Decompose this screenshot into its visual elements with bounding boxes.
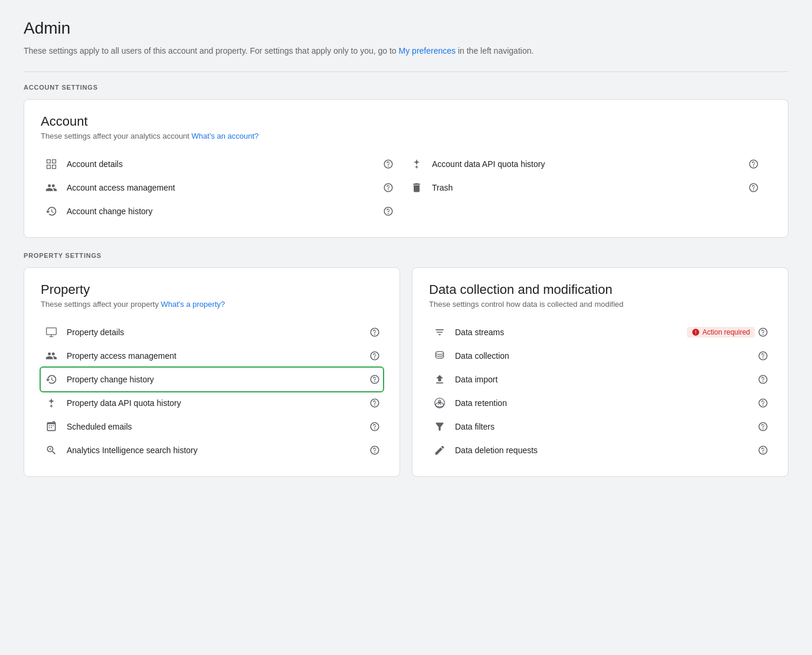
svg-point-4 [436, 352, 443, 355]
account-change-history-help[interactable] [380, 206, 397, 217]
data-streams-label: Data streams [455, 328, 682, 337]
property-change-history-help[interactable] [366, 374, 383, 385]
property-sparkle-icon [41, 397, 62, 409]
data-retention-label: Data retention [455, 398, 755, 408]
account-details-row[interactable]: Account details [41, 152, 397, 176]
data-retention-icon [429, 397, 450, 409]
account-columns: Account details Account access managemen… [41, 152, 771, 223]
data-deletion-label: Data deletion requests [455, 446, 755, 455]
account-api-quota-label: Account data API quota history [432, 159, 745, 169]
data-retention-help[interactable] [755, 398, 771, 408]
property-details-icon [41, 326, 62, 338]
property-access-help[interactable] [366, 351, 383, 361]
property-api-quota-help[interactable] [366, 398, 383, 408]
account-left-col: Account details Account access managemen… [41, 152, 406, 223]
data-collection-title: Data collection and modification [429, 282, 771, 297]
data-import-help[interactable] [755, 374, 771, 385]
account-change-history-label: Account change history [67, 207, 380, 216]
property-details-row[interactable]: Property details [41, 320, 383, 344]
account-card-subtitle: These settings affect your analytics acc… [41, 132, 771, 140]
property-card-subtitle: These settings affect your property What… [41, 300, 383, 309]
data-filters-label: Data filters [455, 422, 755, 431]
account-change-history-row[interactable]: Account change history [41, 199, 397, 223]
property-api-quota-row[interactable]: Property data API quota history [41, 391, 383, 415]
whats-an-account-link[interactable]: What's an account? [192, 132, 259, 140]
data-import-row[interactable]: Data import [429, 368, 771, 391]
data-collection-row[interactable]: Data collection [429, 344, 771, 368]
data-collection-icon [429, 350, 450, 362]
property-access-icon [41, 350, 62, 362]
property-details-help[interactable] [366, 327, 383, 338]
property-details-label: Property details [67, 328, 366, 337]
analytics-intelligence-icon [41, 444, 62, 456]
whats-a-property-link[interactable]: What's a property? [161, 300, 225, 309]
trash-icon [406, 182, 427, 194]
property-columns: Property These settings affect your prop… [24, 267, 788, 491]
data-filters-icon [429, 421, 450, 433]
analytics-intelligence-help[interactable] [366, 445, 383, 456]
scheduled-emails-row[interactable]: Scheduled emails [41, 415, 383, 438]
data-collection-card: Data collection and modification These s… [412, 267, 788, 477]
account-access-label: Account access management [67, 183, 380, 192]
account-api-quota-row[interactable]: Account data API quota history [406, 152, 762, 176]
section-divider [24, 71, 788, 72]
people-icon [41, 182, 62, 194]
account-card-title: Account [41, 114, 771, 129]
data-deletion-row[interactable]: Data deletion requests [429, 438, 771, 462]
data-collection-subtitle: These settings control how data is colle… [429, 300, 771, 309]
grid-icon [41, 158, 62, 170]
property-change-history-label: Property change history [67, 375, 366, 384]
intro-text: These settings apply to all users of thi… [24, 45, 788, 57]
page-title: Admin [24, 19, 788, 38]
account-right-col: Account data API quota history Trash [406, 152, 771, 223]
data-retention-row[interactable]: Data retention [429, 391, 771, 415]
trash-help[interactable] [745, 182, 762, 193]
scheduled-emails-label: Scheduled emails [67, 422, 366, 431]
analytics-intelligence-label: Analytics Intelligence search history [67, 446, 366, 455]
data-collection-label: Data collection [455, 351, 755, 361]
property-card-title: Property [41, 282, 383, 297]
account-settings-label: ACCOUNT SETTINGS [24, 84, 788, 91]
data-deletion-help[interactable] [755, 445, 771, 456]
account-details-help[interactable] [380, 159, 397, 169]
history-icon [41, 205, 62, 217]
data-deletion-icon [429, 444, 450, 456]
data-filters-row[interactable]: Data filters [429, 415, 771, 438]
property-history-icon [41, 374, 62, 385]
account-details-label: Account details [67, 159, 380, 169]
account-api-quota-help[interactable] [745, 159, 762, 169]
data-collection-help[interactable] [755, 351, 771, 361]
account-access-help[interactable] [380, 182, 397, 193]
action-required-badge: Action required [687, 327, 755, 338]
data-streams-icon [429, 326, 450, 338]
data-streams-help[interactable] [755, 327, 771, 338]
data-filters-help[interactable] [755, 421, 771, 432]
my-preferences-link[interactable]: My preferences [399, 46, 456, 55]
data-import-icon [429, 374, 450, 385]
analytics-intelligence-row[interactable]: Analytics Intelligence search history [41, 438, 383, 462]
data-import-label: Data import [455, 375, 755, 384]
sparkle-icon [406, 158, 427, 170]
property-access-label: Property access management [67, 351, 366, 361]
scheduled-emails-help[interactable] [366, 421, 383, 432]
account-access-row[interactable]: Account access management [41, 176, 397, 199]
property-access-row[interactable]: Property access management [41, 344, 383, 368]
property-api-quota-label: Property data API quota history [67, 398, 366, 408]
trash-label: Trash [432, 183, 745, 192]
scheduled-emails-icon [41, 421, 62, 433]
svg-rect-0 [47, 328, 57, 335]
property-card: Property These settings affect your prop… [24, 267, 400, 477]
data-streams-row[interactable]: Data streams Action required [429, 320, 771, 344]
account-card: Account These settings affect your analy… [24, 99, 788, 238]
trash-row[interactable]: Trash [406, 176, 762, 199]
property-change-history-row[interactable]: Property change history [41, 368, 383, 391]
property-settings-label: PROPERTY SETTINGS [24, 252, 788, 259]
